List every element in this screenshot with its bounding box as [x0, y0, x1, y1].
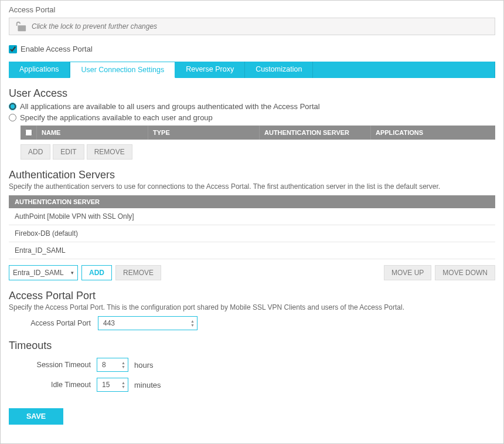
user-access-heading: User Access: [9, 87, 495, 100]
enable-checkbox-label: Enable Access Portal: [21, 45, 93, 53]
lock-bar[interactable]: Click the lock to prevent further change…: [9, 18, 495, 35]
auth-server-row[interactable]: Entra_ID_SAML: [9, 242, 495, 259]
radio-all-apps[interactable]: [9, 103, 16, 110]
move-down-button[interactable]: MOVE DOWN: [435, 265, 495, 280]
lock-open-icon: [14, 21, 27, 32]
page-title: Access Portal: [9, 5, 495, 14]
timeouts-heading: Timeouts: [9, 340, 495, 352]
tab-bar: Applications User Connection Settings Re…: [9, 62, 495, 78]
remove-user-button[interactable]: REMOVE: [87, 144, 132, 160]
col-applications: APPLICATIONS: [371, 126, 495, 140]
svg-rect-0: [18, 25, 26, 31]
move-up-button[interactable]: MOVE UP: [384, 265, 431, 280]
spinner-icon[interactable]: ▲▼: [121, 381, 125, 389]
session-timeout-value: 8: [102, 361, 106, 369]
auth-col-header: AUTHENTICATION SERVER: [9, 195, 495, 208]
portal-port-input[interactable]: 443 ▲▼: [98, 316, 197, 330]
idle-timeout-unit: minutes: [134, 381, 161, 389]
auth-server-row[interactable]: AuthPoint [Mobile VPN with SSL Only]: [9, 208, 495, 225]
select-all-checkbox[interactable]: [25, 129, 32, 136]
auth-server-select-value: Entra_ID_SAML: [13, 269, 64, 277]
remove-auth-button[interactable]: REMOVE: [115, 265, 161, 280]
lock-message: Click the lock to prevent further change…: [32, 22, 157, 30]
portal-port-label: Access Portal Port: [9, 319, 91, 327]
auth-server-row[interactable]: Firebox-DB (default): [9, 225, 495, 242]
portal-port-desc: Specify the Access Portal Port. This is …: [9, 303, 495, 311]
tab-filler: [313, 62, 495, 78]
spinner-icon[interactable]: ▲▼: [190, 319, 195, 327]
chevron-down-icon: ▾: [71, 270, 74, 276]
add-auth-button[interactable]: ADD: [81, 265, 112, 280]
portal-port-value: 443: [103, 319, 115, 327]
tab-reverse-proxy[interactable]: Reverse Proxy: [175, 62, 245, 78]
auth-server-table: AUTHENTICATION SERVER AuthPoint [Mobile …: [9, 195, 495, 259]
session-timeout-unit: hours: [134, 361, 154, 370]
radio-all-apps-label: All applications are available to all us…: [20, 102, 320, 111]
enable-row: Enable Access Portal: [9, 45, 495, 53]
tab-customization[interactable]: Customization: [245, 62, 313, 78]
save-button[interactable]: SAVE: [9, 408, 63, 425]
idle-timeout-input[interactable]: 15 ▲▼: [97, 378, 128, 392]
radio-specify-apps[interactable]: [9, 114, 16, 121]
tab-applications[interactable]: Applications: [9, 62, 70, 78]
auth-servers-heading: Authentication Servers: [9, 169, 495, 181]
enable-checkbox[interactable]: [9, 45, 17, 53]
idle-timeout-label: Idle Timeout: [9, 381, 91, 389]
portal-port-heading: Access Portal Port: [9, 290, 495, 302]
radio-specify-apps-label: Specify the applications available to ea…: [20, 113, 213, 122]
tab-user-connection-settings[interactable]: User Connection Settings: [70, 62, 175, 78]
col-name: NAME: [37, 126, 148, 140]
idle-timeout-value: 15: [102, 381, 110, 389]
session-timeout-input[interactable]: 8 ▲▼: [97, 358, 128, 372]
user-access-table: NAME TYPE AUTHENTICATION SERVER APPLICAT…: [21, 126, 495, 140]
session-timeout-label: Session Timeout: [9, 361, 91, 369]
auth-servers-desc: Specify the authentication servers to us…: [9, 182, 495, 191]
auth-server-select[interactable]: Entra_ID_SAML ▾: [9, 265, 78, 280]
col-auth-server: AUTHENTICATION SERVER: [260, 126, 371, 140]
spinner-icon[interactable]: ▲▼: [121, 361, 125, 369]
add-user-button[interactable]: ADD: [21, 144, 50, 160]
col-type: TYPE: [148, 126, 260, 140]
edit-user-button[interactable]: EDIT: [53, 144, 84, 160]
